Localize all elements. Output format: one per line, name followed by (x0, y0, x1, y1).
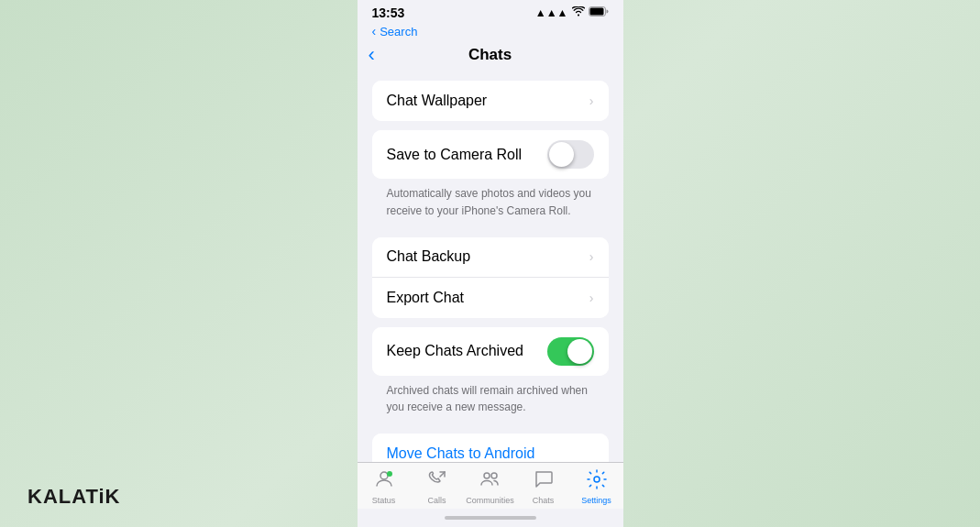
keep-archived-label: Keep Chats Archived (387, 343, 547, 359)
svg-point-3 (387, 471, 392, 477)
camera-roll-toggle[interactable] (547, 140, 594, 169)
keep-archived-toggle[interactable] (547, 337, 594, 366)
wallpaper-group: Chat Wallpaper › (372, 81, 609, 121)
tab-chats[interactable]: Chats (517, 468, 570, 505)
export-row[interactable]: Export Chat › (372, 278, 609, 318)
camera-roll-label: Save to Camera Roll (387, 147, 547, 163)
backup-chevron: › (589, 249, 594, 264)
signal-icon: ▲▲▲ (535, 6, 568, 19)
search-label: Search (380, 25, 417, 38)
communities-tab-label: Communities (466, 496, 514, 505)
settings-tab-label: Settings (581, 496, 611, 505)
nav-header: ‹ Chats (358, 42, 623, 71)
battery-icon (589, 6, 609, 19)
status-tab-label: Status (372, 496, 396, 505)
kalatik-logo: KALATiK (28, 485, 121, 509)
wallpaper-chevron: › (589, 93, 594, 108)
communities-tab-icon (479, 468, 501, 494)
tab-bar: Status Calls (358, 462, 623, 509)
page-title: Chats (468, 46, 512, 64)
keep-archived-description: Archived chats will remain archived when… (387, 384, 588, 414)
camera-roll-description: Automatically save photos and videos you… (387, 187, 591, 217)
back-button[interactable]: ‹ (369, 45, 375, 65)
chats-tab-label: Chats (533, 496, 555, 505)
home-bar (445, 516, 536, 520)
keep-archived-description-row: Archived chats will remain archived when… (372, 376, 609, 425)
move-android-label: Move Chats to Android (387, 445, 594, 462)
back-chevron-small: ‹ (372, 24, 377, 38)
content-area: Chat Wallpaper › Save to Camera Roll Aut… (358, 71, 623, 462)
status-time: 13:53 (372, 5, 405, 20)
camera-roll-description-row: Automatically save photos and videos you… (372, 179, 609, 228)
backup-group: Chat Backup › Export Chat › (372, 237, 609, 318)
export-label: Export Chat (387, 290, 584, 306)
tab-calls[interactable]: Calls (411, 468, 464, 505)
camera-roll-group: Save to Camera Roll (372, 130, 609, 179)
keep-archived-row: Keep Chats Archived (372, 327, 609, 376)
svg-point-2 (380, 472, 388, 479)
wallpaper-label: Chat Wallpaper (387, 93, 584, 109)
phone-container: 13:53 ▲▲▲ ‹ Search (358, 0, 623, 527)
tab-communities[interactable]: Communities (464, 468, 517, 505)
tab-status[interactable]: Status (358, 468, 411, 505)
status-tab-icon (373, 468, 395, 494)
status-icons: ▲▲▲ (535, 6, 609, 19)
calls-tab-icon (426, 468, 448, 494)
status-bar: 13:53 ▲▲▲ (358, 0, 623, 22)
move-android-row[interactable]: Move Chats to Android (372, 434, 609, 462)
home-indicator (358, 509, 623, 527)
search-bar: ‹ Search (358, 22, 623, 42)
backup-label: Chat Backup (387, 248, 584, 265)
svg-point-7 (484, 473, 490, 478)
export-chevron: › (589, 291, 594, 305)
svg-rect-1 (589, 8, 603, 16)
svg-point-8 (491, 473, 497, 478)
wifi-icon (572, 6, 585, 19)
actions-group: Move Chats to Android Archive All Chats … (372, 434, 609, 462)
backup-row[interactable]: Chat Backup › (372, 237, 609, 278)
camera-roll-row: Save to Camera Roll (372, 130, 609, 179)
calls-tab-label: Calls (427, 496, 446, 505)
tab-settings[interactable]: Settings (570, 468, 623, 505)
chats-tab-icon (533, 468, 555, 494)
wallpaper-row[interactable]: Chat Wallpaper › (372, 81, 609, 121)
settings-tab-icon (586, 468, 608, 494)
svg-point-9 (594, 477, 600, 482)
keep-archived-group: Keep Chats Archived (372, 327, 609, 376)
